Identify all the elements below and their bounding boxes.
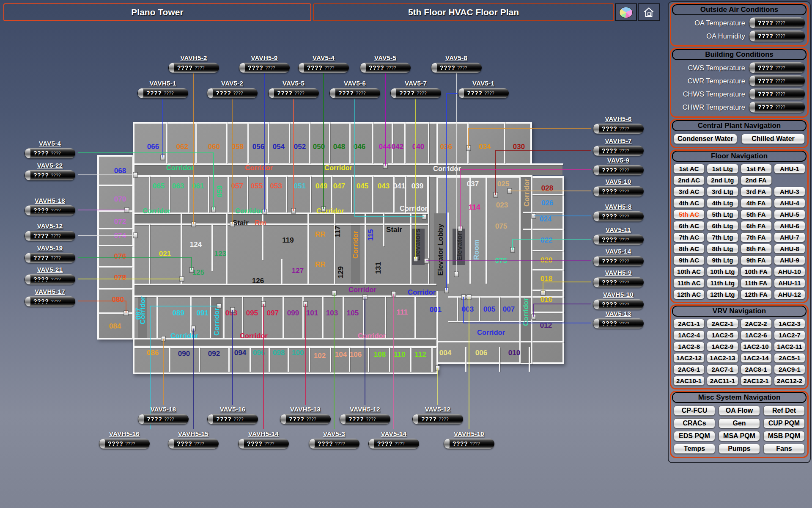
nav-button-ref-det[interactable]: Ref Det [763,406,805,416]
nav-button-ahu-10[interactable]: AHU-10 [774,267,805,276]
nav-button-cup-pqm[interactable]: CUP PQM [763,418,805,428]
vav-link-vav5-7[interactable]: VAV5-7 [405,80,427,87]
nav-button-1ac2-5[interactable]: 1AC2-5 [707,330,738,340]
color-wheel-icon[interactable] [615,3,637,21]
vav-link-vav5-12[interactable]: VAV5-12 [425,406,451,413]
nav-button-6th-ac[interactable]: 6th AC [673,221,705,231]
nav-button-1ac2-14[interactable]: 1AC2-14 [741,353,772,363]
vav-link-vavh5-18[interactable]: VAVH5-18 [35,197,65,204]
vav-link-vav5-8[interactable]: VAV5-8 [445,54,467,61]
nav-button-ahu-9[interactable]: AHU-9 [774,255,805,265]
vav-link-vav5-22[interactable]: VAV5-22 [37,162,63,169]
nav-button-eds-pqm[interactable]: EDS PQM [674,431,715,441]
vav-link-vavh5-13[interactable]: VAVH5-13 [290,406,321,413]
vav-link-vavh5-2[interactable]: VAVH5-2 [180,54,207,61]
vav-link-vavh5-15[interactable]: VAVH5-15 [178,430,208,437]
nav-button-2ac10-1[interactable]: 2AC10-1 [673,376,705,386]
vav-link-vavh5-10[interactable]: VAVH5-10 [454,430,484,437]
vav-link-vavh5-17[interactable]: VAVH5-17 [35,288,65,295]
nav-button-2ac2-2[interactable]: 2AC2-2 [741,319,772,329]
nav-button-12th-fa[interactable]: 12th FA [741,290,772,299]
nav-button-9th-ltg[interactable]: 9th Ltg [707,255,738,265]
vav-link-vav5-2[interactable]: VAV5-2 [221,80,243,87]
vav-link-vav5-12[interactable]: VAV5-12 [37,222,63,229]
nav-button-2nd-fa[interactable]: 2nd FA [741,175,772,185]
nav-button-8th-fa[interactable]: 8th FA [741,244,772,254]
nav-button-3rd-ltg[interactable]: 3rd Ltg [707,187,738,196]
nav-button-11th-ltg[interactable]: 11th Ltg [707,278,738,288]
vav-link-vav5-5[interactable]: VAV5-5 [283,80,304,87]
nav-button-1ac2-3[interactable]: 1AC2-3 [774,319,805,329]
nav-button-1st-ltg[interactable]: 1st Ltg [707,164,738,174]
nav-button-oa-flow[interactable]: OA Flow [719,406,760,416]
nav-button-ahu-4[interactable]: AHU-4 [774,198,805,208]
nav-button-ahu-12[interactable]: AHU-12 [774,290,805,299]
nav-button-ahu-11[interactable]: AHU-11 [774,278,805,288]
nav-button-8th-ac[interactable]: 8th AC [673,244,705,254]
nav-button-2ac5-1[interactable]: 2AC5-1 [774,353,805,363]
vav-link-vavh5-8[interactable]: VAVH5-8 [605,203,631,210]
nav-button-ahu-8[interactable]: AHU-8 [774,244,805,254]
vav-link-vav5-4[interactable]: VAV5-4 [39,140,61,147]
nav-button-2nd-ac[interactable]: 2nd AC [673,175,705,185]
nav-button-1ac2-4[interactable]: 1AC2-4 [673,330,705,340]
nav-button-chilled-water[interactable]: Chilled Water [741,134,805,144]
nav-button-2ac2-1[interactable]: 2AC2-1 [707,319,738,329]
nav-button-12th-ltg[interactable]: 12th Ltg [707,290,738,299]
nav-button-1ac2-9[interactable]: 1AC2-9 [707,342,738,351]
vav-link-vav5-14[interactable]: VAV5-14 [381,430,407,437]
nav-button-3rd-ac[interactable]: 3rd AC [673,187,705,196]
nav-button-gen[interactable]: Gen [719,418,760,428]
nav-button-1st-fa[interactable]: 1st FA [741,164,772,174]
vav-link-vavh5-9[interactable]: VAVH5-9 [605,269,631,276]
nav-button-8th-ltg[interactable]: 8th Ltg [707,244,738,254]
nav-button-10th-fa[interactable]: 10th FA [741,267,772,276]
nav-button-11th-fa[interactable]: 11th FA [741,278,772,288]
vav-link-vav5-18[interactable]: VAV5-18 [151,406,176,413]
nav-button-2ac12-2[interactable]: 2AC12-2 [774,376,805,386]
nav-button-7th-fa[interactable]: 7th FA [741,232,772,242]
nav-button-ahu-5[interactable]: AHU-5 [774,210,805,219]
vav-link-vav5-5[interactable]: VAV5-5 [374,54,396,61]
vav-link-vav5-3[interactable]: VAV5-3 [323,430,345,437]
nav-button-10th-ac[interactable]: 10th AC [673,267,705,276]
nav-button-ahu-3[interactable]: AHU-3 [774,187,805,196]
nav-button-2nd-ltg[interactable]: 2nd Ltg [707,175,738,185]
nav-button-7th-ac[interactable]: 7th AC [673,232,705,242]
vav-link-vav5-6[interactable]: VAV5-6 [344,80,366,87]
vav-link-vav5-14[interactable]: VAV5-14 [606,248,631,255]
nav-button-2ac8-1[interactable]: 2AC8-1 [741,364,772,374]
nav-button-2ac12-1[interactable]: 2AC12-1 [741,376,772,386]
nav-button-5th-ltg[interactable]: 5th Ltg [707,210,738,219]
nav-button-1ac2-10[interactable]: 1AC2-10 [741,342,772,351]
vav-link-vavh5-6[interactable]: VAVH5-6 [605,115,631,122]
nav-button-condenser-water[interactable]: Condenser Water [674,134,737,144]
vav-link-vavh5-1[interactable]: VAVH5-1 [149,80,176,87]
vav-link-vavh5-10[interactable]: VAVH5-10 [603,291,634,298]
nav-button-cp-fcu[interactable]: CP-FCU [674,406,715,416]
vav-link-vav5-21[interactable]: VAV5-21 [37,266,63,273]
nav-button-5th-ac[interactable]: 5th AC [673,210,705,219]
vav-link-vav5-4[interactable]: VAV5-4 [313,54,335,61]
nav-button-2ac11-1[interactable]: 2AC11-1 [707,376,738,386]
nav-button-11th-ac[interactable]: 11th AC [673,278,705,288]
nav-button-msb-pqm[interactable]: MSB PQM [763,431,805,441]
vav-link-vavh5-12[interactable]: VAVH5-12 [350,406,380,413]
nav-button-10th-ltg[interactable]: 10th Ltg [707,267,738,276]
nav-button-1ac2-7[interactable]: 1AC2-7 [774,330,805,340]
nav-button-2ac6-1[interactable]: 2AC6-1 [673,364,705,374]
nav-button-1ac2-6[interactable]: 1AC2-6 [741,330,772,340]
nav-button-5th-fa[interactable]: 5th FA [741,210,772,219]
vav-link-vav5-19[interactable]: VAV5-19 [37,244,63,251]
nav-button-9th-fa[interactable]: 9th FA [741,255,772,265]
nav-button-ahu-1[interactable]: AHU-1 [774,164,805,174]
nav-button-3rd-fa[interactable]: 3rd FA [741,187,772,196]
nav-button-2ac1-1[interactable]: 2AC1-1 [673,319,705,329]
nav-button-4th-ltg[interactable]: 4th Ltg [707,198,738,208]
nav-button-1ac2-13[interactable]: 1AC2-13 [707,353,738,363]
vav-link-vavh5-14[interactable]: VAVH5-14 [248,430,279,437]
vav-link-vav5-1[interactable]: VAV5-1 [472,80,494,87]
home-icon[interactable] [638,3,660,21]
nav-button-ahu-7[interactable]: AHU-7 [774,232,805,242]
nav-button-cracs[interactable]: CRACs [674,418,715,428]
